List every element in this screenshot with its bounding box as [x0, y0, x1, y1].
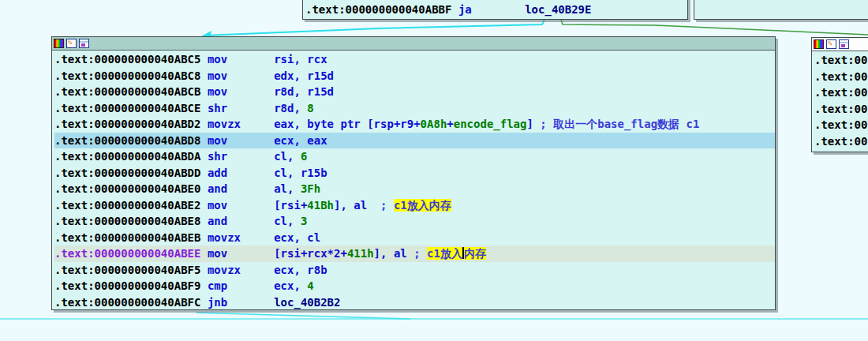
instruction-address: .text:000000000040ABF5 [54, 264, 208, 276]
instruction-line[interactable]: .text:000000000040ABD8 mov ecx, eax [54, 133, 775, 149]
instruction-address: .text:000000000040ABF9 [54, 279, 208, 292]
number-operand: 41Bh [307, 199, 334, 212]
comment-text: ; [413, 247, 420, 260]
graph-node-top[interactable]: .text:000000000040ABBF ja loc_40B29E [302, 0, 688, 20]
instruction-address: .text:000000000040ABD2 [54, 118, 208, 130]
instruction-line[interactable]: .text:000000000040ABF9 cmp ecx, 4 [54, 278, 775, 294]
instruction-line[interactable]: .text:00 [814, 69, 868, 85]
operand-text: ecx, cl [274, 231, 320, 244]
comment-text: ; [380, 199, 387, 212]
instruction-line[interactable]: .text:00 [814, 133, 868, 150]
instruction-mnemonic: add [208, 167, 274, 179]
instruction-line[interactable]: .text:000000000040ABC8 mov edx, r15d [54, 68, 775, 84]
instruction-address: .text:000000000040ABDA [54, 150, 208, 163]
instruction-line[interactable]: .text:00 [814, 84, 868, 101]
operand-text: cl, [274, 215, 301, 227]
group-node-icon[interactable] [79, 39, 89, 48]
instruction-line[interactable]: .text:000000000040ABDA shr cl, 6 [54, 148, 775, 165]
disassembly-listing: .text:000000000040ABBF ja loc_40B29E [303, 1, 687, 18]
instruction-address: .text:000000000040ABEB [54, 231, 208, 244]
instruction-address: .text:000000000040ABE8 [54, 215, 208, 227]
instruction-address: .text:000000000040ABC5 [54, 53, 208, 66]
edit-node-icon[interactable] [66, 39, 77, 48]
number-operand: 3 [301, 215, 307, 227]
instruction-address: .text:00 [814, 103, 867, 115]
instruction-line[interactable]: .text:00 [814, 117, 868, 133]
instruction-line[interactable]: .text:00 [814, 52, 868, 69]
disassembly-listing: .text:000000000040ABC5 mov rsi, rcx.text… [52, 51, 775, 310]
instruction-line[interactable]: .text:000000000040ABE2 mov [rsi+41Bh], a… [54, 197, 775, 214]
location-label: loc_40B2B2 [274, 296, 340, 309]
instruction-mnemonic: shr [208, 102, 274, 114]
instruction-mnemonic: movzx [208, 118, 274, 130]
operand-text: [rsi+rcx*2+ [274, 247, 347, 260]
operand-text: cl, r15b [274, 167, 327, 179]
operand-text: + [447, 118, 453, 130]
edit-node-icon[interactable] [826, 39, 836, 49]
instruction-line[interactable]: .text:000000000040ABEB movzx ecx, cl [54, 230, 775, 246]
operand-text: r8d, r15d [274, 85, 334, 98]
node-titlebar[interactable] [812, 38, 868, 51]
instruction-line[interactable]: .text:000000000040ABCB mov r8d, r15d [54, 84, 775, 100]
instruction-mnemonic: cmp [208, 279, 274, 292]
instruction-line[interactable]: .text:000000000040ABE0 and al, 3Fh [54, 181, 775, 197]
graph-node-right[interactable]: .text:00.text:00.text:00.text:00.text:00… [811, 37, 868, 152]
instruction-address: .text:000000000040ABD8 [54, 134, 208, 147]
operand-text: rsi, rcx [274, 53, 327, 66]
instruction-line[interactable]: .text:000000000040ABFC jnb loc_40B2B2 [54, 294, 775, 311]
instruction-mnemonic: shr [208, 150, 274, 163]
comment-text: ; 取出一个base_flag数据 c1 [540, 118, 699, 130]
number-operand: 4 [307, 279, 313, 292]
highlighted-comment: c1放入 [427, 247, 462, 260]
operand-text: ecx, r8b [274, 264, 327, 276]
instruction-address: .text:00 [814, 70, 867, 83]
edge-bottom-diagonal [196, 313, 410, 319]
instruction-address: .text:00 [814, 135, 867, 148]
instruction-line[interactable]: .text:000000000040ABCE shr r8d, 8 [54, 100, 775, 117]
number-operand: encode_flag [454, 118, 527, 130]
instruction-address: .text:00 [814, 54, 867, 66]
ida-graph-view: .text:000000000040ABBF ja loc_40B29E.tex… [0, 0, 868, 341]
instruction-line[interactable]: .text:000000000040ABBF ja loc_40B29E [305, 2, 687, 18]
graph-node-top-right[interactable] [694, 0, 868, 20]
instruction-address: .text:000000000040ABCB [54, 85, 208, 98]
highlighted-comment: 内存 [464, 247, 486, 260]
group-node-icon[interactable] [839, 39, 849, 49]
instruction-mnemonic: and [208, 182, 274, 195]
highlighted-comment: c1放入内存 [394, 199, 451, 212]
number-operand: 411h [347, 247, 374, 260]
instruction-line[interactable]: .text:000000000040ABF5 movzx ecx, r8b [54, 262, 775, 279]
instruction-address: .text:000000000040ABBF [305, 3, 458, 16]
operand-text: ], al [374, 247, 407, 260]
operand-text: ] [526, 118, 540, 130]
instruction-mnemonic: mov [208, 85, 274, 98]
location-label: loc_40B29E [525, 3, 591, 16]
disassembly-listing: .text:00.text:00.text:00.text:00.text:00… [812, 51, 868, 149]
operand-text: cl, [274, 150, 301, 163]
operand-text [367, 199, 380, 212]
instruction-address: .text:000000000040ABE0 [54, 182, 208, 195]
instruction-line[interactable]: .text:00 [814, 101, 868, 118]
instruction-mnemonic: and [208, 215, 274, 227]
instruction-line[interactable]: .text:000000000040ABEE mov [rsi+rcx*2+41… [54, 245, 775, 262]
instruction-address: .text:000000000040ABFC [54, 296, 208, 309]
instruction-line[interactable]: .text:000000000040ABDD add cl, r15b [54, 165, 775, 182]
instruction-line[interactable]: .text:000000000040ABC5 mov rsi, rcx [54, 51, 775, 68]
graph-node-main[interactable]: .text:000000000040ABC5 mov rsi, rcx.text… [51, 36, 776, 310]
disassembly-listing [694, 1, 868, 2]
instruction-mnemonic: mov [208, 199, 274, 212]
number-operand: 0A8h [421, 118, 447, 130]
operand-text: al, [274, 182, 301, 195]
operand-text: r8d, [274, 102, 307, 114]
node-titlebar[interactable] [52, 37, 775, 51]
edge-jump-to-right-block [561, 20, 868, 35]
instruction-mnemonic: jnb [208, 296, 274, 309]
node-color-icon[interactable] [54, 39, 64, 48]
instruction-mnemonic: mov [208, 134, 274, 147]
instruction-mnemonic: movzx [208, 231, 274, 244]
node-color-icon[interactable] [814, 39, 824, 49]
instruction-address: .text:000000000040ABCE [54, 102, 208, 114]
instruction-line[interactable]: .text:000000000040ABE8 and cl, 3 [54, 213, 775, 230]
instruction-line[interactable]: .text:000000000040ABD2 movzx eax, byte p… [54, 116, 775, 133]
operand-text: [rsi+ [274, 199, 307, 212]
